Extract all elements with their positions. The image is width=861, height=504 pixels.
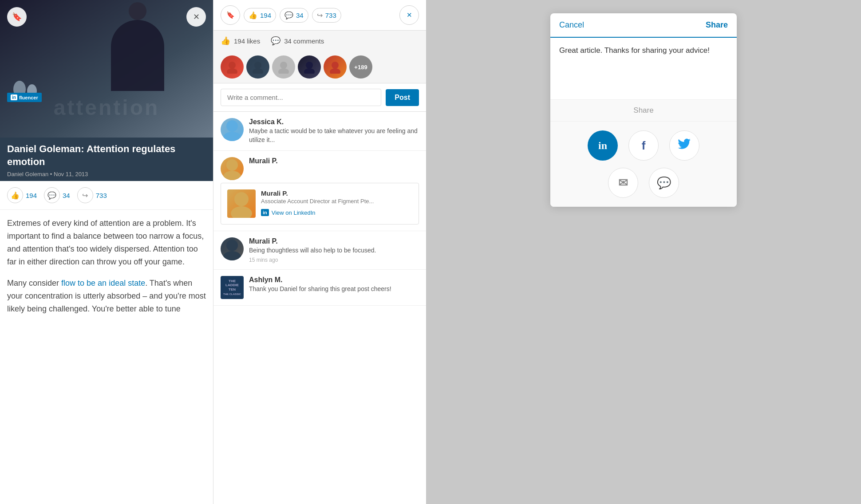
share-facebook-button[interactable]: f — [628, 130, 659, 161]
svg-point-13 — [223, 171, 241, 180]
comments-list: Jessica K. Maybe a tactic would be to ta… — [213, 112, 426, 504]
share-icons-row-2: ✉ 💬 — [608, 168, 679, 198]
article-body: Extremes of every kind of attention are … — [0, 210, 213, 331]
avatars-more-count[interactable]: +189 — [349, 55, 372, 79]
body-paragraph-2: Many consider flow to be an ideal state.… — [7, 277, 206, 315]
toolbar-close-button[interactable]: ✕ — [399, 5, 419, 25]
comments-header: 👍 194 likes 💬 34 comments — [213, 31, 426, 51]
book-thumbnail: THE LADDIE TEN THE CLASSIC — [221, 276, 244, 299]
article-panel: attention 🔖 ✕ in fluencer Daniel Goleman… — [0, 0, 213, 504]
influencer-badge: in fluencer — [7, 93, 42, 102]
post-comment-button[interactable]: Post — [386, 89, 419, 106]
svg-point-1 — [227, 68, 237, 74]
share-card: Cancel Share Great article. Thanks for s… — [550, 13, 737, 207]
svg-point-6 — [306, 62, 313, 69]
murali2-name: Murali P. — [249, 237, 419, 245]
svg-point-9 — [330, 68, 340, 74]
murali-comment-body: Murali P. — [249, 157, 419, 180]
avatar-2[interactable] — [246, 55, 269, 79]
avatar-4[interactable] — [298, 55, 321, 79]
view-linkedin-label: View on LinkedIn — [272, 209, 316, 216]
toolbar-likes-button[interactable]: 👍 194 — [244, 8, 276, 23]
comment-input-row: Post — [213, 83, 426, 112]
comments-header-item: 💬 34 comments — [271, 36, 324, 46]
facebook-icon: f — [642, 139, 646, 153]
shares-stat[interactable]: ↪ 733 — [77, 187, 107, 203]
avatars-row: +189 — [213, 51, 426, 83]
like-icon: 👍 — [7, 187, 23, 203]
comment-item-ashlyn: THE LADDIE TEN THE CLASSIC Ashlyn M. Tha… — [213, 270, 426, 306]
share-message-area: Great article. Thanks for sharing your a… — [550, 38, 737, 100]
ashlyn-comment-body: Ashlyn M. Thank you Daniel for sharing t… — [249, 276, 419, 299]
jessica-avatar — [221, 118, 244, 141]
toolbar-comments-count: 34 — [296, 12, 304, 19]
likes-header-label: 194 likes — [234, 37, 260, 45]
share-card-header: Cancel Share — [550, 13, 737, 38]
article-title: Daniel Goleman: Attention regulates emot… — [7, 143, 206, 168]
share-linkedin-button[interactable]: in — [588, 130, 618, 161]
close-article-button[interactable]: ✕ — [186, 7, 206, 27]
shares-count: 733 — [96, 192, 107, 199]
svg-point-2 — [254, 62, 261, 69]
share-email-button[interactable]: ✉ — [608, 168, 638, 198]
jessica-text: Maybe a tactic would be to take whatever… — [249, 127, 419, 144]
message-icon: 💬 — [657, 176, 671, 190]
svg-point-8 — [332, 62, 339, 69]
view-on-linkedin-button[interactable]: in View on LinkedIn — [261, 209, 412, 216]
comments-stat[interactable]: 💬 34 — [44, 187, 70, 203]
share-options-label: Share — [550, 100, 737, 122]
article-stats: 👍 194 💬 34 ↪ 733 — [0, 181, 213, 210]
share-twitter-button[interactable] — [669, 130, 699, 161]
comment-input[interactable] — [221, 89, 381, 106]
influencer-label: fluencer — [19, 95, 38, 100]
avatar-3[interactable] — [272, 55, 295, 79]
murali-name: Murali P. — [249, 157, 419, 165]
article-meta: Daniel Goleman • Nov 11, 2013 — [7, 171, 206, 177]
svg-point-12 — [226, 159, 238, 171]
svg-point-15 — [231, 206, 252, 218]
comment-item-murali2: Murali P. Being thoughtless will also he… — [213, 231, 426, 270]
murali2-comment-body: Murali P. Being thoughtless will also he… — [249, 237, 419, 263]
toolbar-shares-button[interactable]: ↪ 733 — [312, 8, 341, 23]
murali2-time: 15 mins ago — [249, 257, 419, 263]
comment-header-icon: 💬 — [271, 36, 280, 46]
flow-link[interactable]: flow to be an ideal state — [61, 279, 145, 287]
toolbar-bookmark-button[interactable]: 🔖 — [221, 5, 240, 25]
svg-point-0 — [229, 62, 236, 69]
twitter-icon — [678, 138, 691, 153]
murali2-avatar — [221, 237, 244, 260]
murali-popup-info: Murali P. Associate Account Director at … — [261, 189, 412, 216]
share-icon: ↪ — [77, 187, 93, 203]
comment-icon: 💬 — [284, 11, 293, 20]
comments-panel: 🔖 👍 194 💬 34 ↪ 733 ✕ 👍 194 likes 💬 34 co… — [213, 0, 426, 504]
svg-point-7 — [304, 68, 315, 74]
share-icons-row-1: in f — [588, 130, 699, 161]
bookmark-button[interactable]: 🔖 — [7, 7, 27, 27]
svg-point-5 — [278, 68, 289, 74]
avatar-1[interactable] — [221, 55, 244, 79]
comments-count: 34 — [63, 192, 70, 199]
like-header-icon: 👍 — [221, 36, 230, 46]
linkedin-small-icon: in — [11, 94, 17, 100]
toolbar-shares-count: 733 — [325, 12, 336, 19]
likes-stat[interactable]: 👍 194 — [7, 187, 37, 203]
jessica-name: Jessica K. — [249, 118, 419, 126]
share-message-button[interactable]: 💬 — [649, 168, 679, 198]
svg-point-17 — [223, 251, 241, 260]
share-cancel-button[interactable]: Cancel — [559, 20, 584, 30]
body-p2-prefix: Many consider — [7, 279, 61, 287]
linkedin-icon: in — [261, 209, 269, 216]
ashlyn-name: Ashlyn M. — [249, 276, 419, 284]
avatar-5[interactable] — [324, 55, 347, 79]
svg-point-3 — [253, 68, 263, 74]
murali-popup-title: Associate Account Director at Figment Pt… — [261, 198, 412, 205]
toolbar-comments-button[interactable]: 💬 34 — [280, 8, 308, 23]
murali-avatar — [221, 157, 244, 180]
murali-popup-avatar — [227, 189, 256, 218]
ashlyn-text: Thank you Daniel for sharing this great … — [249, 285, 419, 294]
svg-point-4 — [280, 62, 287, 69]
toolbar-likes-count: 194 — [260, 12, 271, 19]
likes-header-item: 👍 194 likes — [221, 36, 260, 46]
share-button[interactable]: Share — [706, 20, 728, 30]
share-icon: ↪ — [317, 11, 323, 20]
